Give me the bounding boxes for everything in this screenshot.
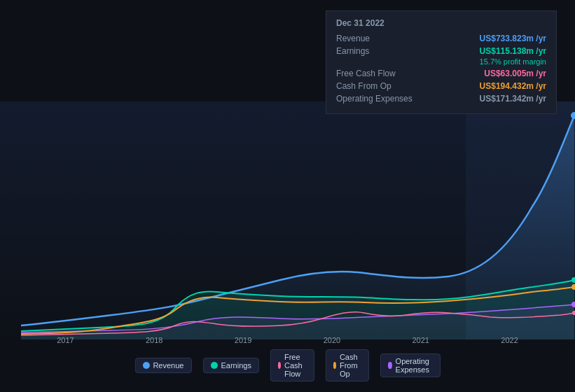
tooltip-row-revenue: Revenue US$733.823m /yr <box>336 34 546 43</box>
tooltip-row-fcf: Free Cash Flow US$63.005m /yr <box>336 69 546 78</box>
legend-dot-earnings <box>210 362 217 369</box>
tooltip-sub-row-margin: 15.7% profit margin <box>336 57 546 66</box>
legend-dot-cashop <box>333 362 336 369</box>
x-axis: 2017 2018 2019 2020 2021 2022 <box>0 336 575 344</box>
tooltip-date: Dec 31 2022 <box>336 18 546 28</box>
tooltip-label-revenue: Revenue <box>336 34 420 43</box>
legend-label-revenue: Revenue <box>153 361 183 370</box>
legend-dot-fcf <box>278 362 281 369</box>
legend-label-earnings: Earnings <box>221 361 251 370</box>
chart-area[interactable] <box>0 102 575 340</box>
legend-dot-opex <box>388 362 392 369</box>
tooltip-row-opex: Operating Expenses US$171.342m /yr <box>336 94 546 104</box>
legend-dot-revenue <box>142 362 149 369</box>
legend: Revenue Earnings Free Cash Flow Cash Fro… <box>134 349 440 382</box>
legend-item-revenue[interactable]: Revenue <box>134 358 191 373</box>
legend-item-earnings[interactable]: Earnings <box>202 358 258 373</box>
legend-label-opex: Operating Expenses <box>396 357 433 374</box>
tooltip-value-earnings: US$115.138m /yr <box>480 46 546 56</box>
x-label-2017: 2017 <box>57 336 74 344</box>
legend-label-cashop: Cash From Op <box>340 353 361 378</box>
tooltip-label-cashop: Cash From Op <box>336 81 420 91</box>
tooltip-row-earnings: Earnings US$115.138m /yr <box>336 46 546 56</box>
tooltip-value-fcf: US$63.005m /yr <box>484 69 546 78</box>
tooltip-box: Dec 31 2022 Revenue US$733.823m /yr Earn… <box>326 10 557 114</box>
tooltip-value-cashop: US$194.432m /yr <box>480 81 546 91</box>
legend-item-fcf[interactable]: Free Cash Flow <box>270 349 314 382</box>
x-label-2018: 2018 <box>146 336 162 344</box>
chart-container: Dec 31 2022 Revenue US$733.823m /yr Earn… <box>0 0 575 392</box>
x-label-2021: 2021 <box>412 336 429 344</box>
x-label-2019: 2019 <box>235 336 251 344</box>
tooltip-value-margin: 15.7% profit margin <box>480 57 546 66</box>
legend-item-opex[interactable]: Operating Expenses <box>380 354 440 377</box>
tooltip-value-revenue: US$733.823m /yr <box>480 34 546 43</box>
x-label-2020: 2020 <box>324 336 340 344</box>
tooltip-label-earnings: Earnings <box>336 46 420 56</box>
tooltip-row-cashop: Cash From Op US$194.432m /yr <box>336 81 546 91</box>
tooltip-label-fcf: Free Cash Flow <box>336 69 420 78</box>
legend-item-cashop[interactable]: Cash From Op <box>326 349 370 382</box>
x-label-2022: 2022 <box>501 336 518 344</box>
tooltip-value-opex: US$171.342m /yr <box>480 94 546 104</box>
chart-svg <box>0 102 575 340</box>
legend-label-fcf: Free Cash Flow <box>284 353 307 378</box>
tooltip-label-opex: Operating Expenses <box>336 94 420 104</box>
